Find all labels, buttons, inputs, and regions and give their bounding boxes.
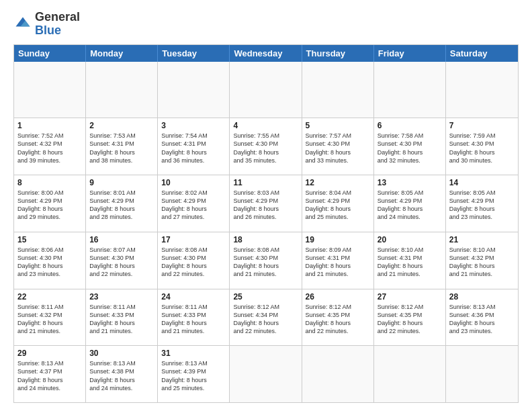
cell-info: Sunrise: 8:02 AMSunset: 4:29 PMDaylight:… <box>161 189 226 222</box>
day-number: 13 <box>378 178 442 187</box>
day-number: 24 <box>161 292 226 302</box>
calendar-row-2: 8Sunrise: 8:00 AMSunset: 4:29 PMDaylight… <box>14 175 518 232</box>
calendar-row-0 <box>14 62 518 118</box>
day-number: 16 <box>89 235 154 244</box>
logo-blue: Blue <box>35 24 61 37</box>
cell-info: Sunrise: 8:12 AMSunset: 4:34 PMDaylight:… <box>233 303 298 336</box>
calendar-cell-empty <box>446 62 518 118</box>
calendar-row-3: 15Sunrise: 8:06 AMSunset: 4:30 PMDayligh… <box>14 232 518 289</box>
day-header-tuesday: Tuesday <box>158 45 230 62</box>
calendar-cell-day-29: 29Sunrise: 8:13 AMSunset: 4:37 PMDayligh… <box>14 346 86 402</box>
cell-info: Sunrise: 8:12 AMSunset: 4:35 PMDaylight:… <box>306 303 370 336</box>
page: General Blue SundayMondayTuesdayWednesda… <box>0 0 532 411</box>
calendar-cell-day-30: 30Sunrise: 8:13 AMSunset: 4:38 PMDayligh… <box>86 346 158 402</box>
day-header-friday: Friday <box>374 45 446 62</box>
calendar-cell-empty <box>374 346 446 402</box>
calendar-cell-empty <box>14 62 86 118</box>
day-number: 14 <box>449 178 515 187</box>
cell-info: Sunrise: 7:53 AMSunset: 4:31 PMDaylight:… <box>89 132 154 165</box>
calendar-cell-day-16: 16Sunrise: 8:07 AMSunset: 4:30 PMDayligh… <box>86 232 158 289</box>
cell-info: Sunrise: 7:57 AMSunset: 4:30 PMDaylight:… <box>306 132 370 165</box>
cell-info: Sunrise: 8:09 AMSunset: 4:31 PMDaylight:… <box>306 246 370 279</box>
logo: General Blue <box>13 11 80 38</box>
day-number: 28 <box>449 292 515 302</box>
cell-info: Sunrise: 8:07 AMSunset: 4:30 PMDaylight:… <box>89 246 154 279</box>
cell-info: Sunrise: 7:59 AMSunset: 4:30 PMDaylight:… <box>449 132 515 165</box>
day-number: 11 <box>233 178 298 187</box>
cell-info: Sunrise: 8:05 AMSunset: 4:29 PMDaylight:… <box>378 189 442 222</box>
calendar-cell-day-10: 10Sunrise: 8:02 AMSunset: 4:29 PMDayligh… <box>158 175 230 232</box>
calendar-cell-empty <box>230 346 302 402</box>
day-number: 26 <box>306 292 370 302</box>
day-number: 9 <box>89 178 154 187</box>
cell-info: Sunrise: 8:13 AMSunset: 4:37 PMDaylight:… <box>17 359 82 392</box>
day-header-wednesday: Wednesday <box>230 45 302 62</box>
cell-info: Sunrise: 8:13 AMSunset: 4:36 PMDaylight:… <box>449 303 515 336</box>
cell-info: Sunrise: 8:10 AMSunset: 4:32 PMDaylight:… <box>449 246 515 279</box>
calendar-cell-day-15: 15Sunrise: 8:06 AMSunset: 4:30 PMDayligh… <box>14 232 86 289</box>
cell-info: Sunrise: 7:54 AMSunset: 4:31 PMDaylight:… <box>161 132 226 165</box>
calendar-row-5: 29Sunrise: 8:13 AMSunset: 4:37 PMDayligh… <box>14 345 518 402</box>
cell-info: Sunrise: 8:12 AMSunset: 4:35 PMDaylight:… <box>378 303 442 336</box>
cell-info: Sunrise: 7:52 AMSunset: 4:32 PMDaylight:… <box>17 132 82 165</box>
day-number: 12 <box>306 178 370 187</box>
calendar-cell-day-5: 5Sunrise: 7:57 AMSunset: 4:30 PMDaylight… <box>302 118 374 175</box>
cell-info: Sunrise: 8:00 AMSunset: 4:29 PMDaylight:… <box>17 189 82 222</box>
calendar-cell-day-2: 2Sunrise: 7:53 AMSunset: 4:31 PMDaylight… <box>86 118 158 175</box>
header: General Blue <box>13 11 519 38</box>
calendar-cell-day-19: 19Sunrise: 8:09 AMSunset: 4:31 PMDayligh… <box>302 232 374 289</box>
cell-info: Sunrise: 8:10 AMSunset: 4:31 PMDaylight:… <box>378 246 442 279</box>
calendar-cell-day-27: 27Sunrise: 8:12 AMSunset: 4:35 PMDayligh… <box>374 289 446 346</box>
day-number: 5 <box>306 121 370 130</box>
calendar: SundayMondayTuesdayWednesdayThursdayFrid… <box>13 44 519 403</box>
cell-info: Sunrise: 8:08 AMSunset: 4:30 PMDaylight:… <box>233 246 298 279</box>
calendar-cell-day-7: 7Sunrise: 7:59 AMSunset: 4:30 PMDaylight… <box>446 118 518 175</box>
calendar-cell-day-14: 14Sunrise: 8:05 AMSunset: 4:29 PMDayligh… <box>446 175 518 232</box>
calendar-cell-day-25: 25Sunrise: 8:12 AMSunset: 4:34 PMDayligh… <box>230 289 302 346</box>
calendar-cell-day-31: 31Sunrise: 8:13 AMSunset: 4:39 PMDayligh… <box>158 346 230 402</box>
day-number: 18 <box>233 235 298 244</box>
day-number: 19 <box>306 235 370 244</box>
calendar-cell-day-9: 9Sunrise: 8:01 AMSunset: 4:29 PMDaylight… <box>86 175 158 232</box>
calendar-cell-day-6: 6Sunrise: 7:58 AMSunset: 4:30 PMDaylight… <box>374 118 446 175</box>
cell-info: Sunrise: 8:08 AMSunset: 4:30 PMDaylight:… <box>161 246 226 279</box>
day-number: 21 <box>449 235 515 244</box>
logo-general: General <box>35 10 80 24</box>
calendar-cell-day-17: 17Sunrise: 8:08 AMSunset: 4:30 PMDayligh… <box>158 232 230 289</box>
calendar-cell-day-8: 8Sunrise: 8:00 AMSunset: 4:29 PMDaylight… <box>14 175 86 232</box>
cell-info: Sunrise: 8:05 AMSunset: 4:29 PMDaylight:… <box>449 189 515 222</box>
day-number: 2 <box>89 121 154 130</box>
calendar-cell-empty <box>446 346 518 402</box>
day-number: 23 <box>89 292 154 302</box>
cell-info: Sunrise: 8:06 AMSunset: 4:30 PMDaylight:… <box>17 246 82 279</box>
calendar-cell-day-12: 12Sunrise: 8:04 AMSunset: 4:29 PMDayligh… <box>302 175 374 232</box>
calendar-cell-empty <box>158 62 230 118</box>
calendar-row-4: 22Sunrise: 8:11 AMSunset: 4:32 PMDayligh… <box>14 289 518 346</box>
cell-info: Sunrise: 8:13 AMSunset: 4:38 PMDaylight:… <box>89 359 154 392</box>
day-number: 27 <box>378 292 442 302</box>
cell-info: Sunrise: 8:13 AMSunset: 4:39 PMDaylight:… <box>161 359 226 392</box>
calendar-row-1: 1Sunrise: 7:52 AMSunset: 4:32 PMDaylight… <box>14 118 518 175</box>
calendar-cell-day-13: 13Sunrise: 8:05 AMSunset: 4:29 PMDayligh… <box>374 175 446 232</box>
calendar-cell-empty <box>230 62 302 118</box>
calendar-cell-day-4: 4Sunrise: 7:55 AMSunset: 4:30 PMDaylight… <box>230 118 302 175</box>
day-number: 8 <box>17 178 82 187</box>
calendar-cell-empty <box>302 62 374 118</box>
calendar-cell-empty <box>302 346 374 402</box>
calendar-cell-day-3: 3Sunrise: 7:54 AMSunset: 4:31 PMDaylight… <box>158 118 230 175</box>
calendar-cell-day-24: 24Sunrise: 8:11 AMSunset: 4:33 PMDayligh… <box>158 289 230 346</box>
cell-info: Sunrise: 7:58 AMSunset: 4:30 PMDaylight:… <box>378 132 442 165</box>
calendar-cell-day-28: 28Sunrise: 8:13 AMSunset: 4:36 PMDayligh… <box>446 289 518 346</box>
calendar-header: SundayMondayTuesdayWednesdayThursdayFrid… <box>14 45 518 62</box>
day-number: 1 <box>17 121 82 130</box>
cell-info: Sunrise: 8:11 AMSunset: 4:33 PMDaylight:… <box>89 303 154 336</box>
calendar-body: 1Sunrise: 7:52 AMSunset: 4:32 PMDaylight… <box>14 62 518 402</box>
cell-info: Sunrise: 8:03 AMSunset: 4:29 PMDaylight:… <box>233 189 298 222</box>
day-number: 17 <box>161 235 226 244</box>
cell-info: Sunrise: 8:11 AMSunset: 4:32 PMDaylight:… <box>17 303 82 336</box>
day-number: 6 <box>378 121 442 130</box>
cell-info: Sunrise: 8:01 AMSunset: 4:29 PMDaylight:… <box>89 189 154 222</box>
day-number: 22 <box>17 292 82 302</box>
cell-info: Sunrise: 7:55 AMSunset: 4:30 PMDaylight:… <box>233 132 298 165</box>
calendar-cell-day-11: 11Sunrise: 8:03 AMSunset: 4:29 PMDayligh… <box>230 175 302 232</box>
